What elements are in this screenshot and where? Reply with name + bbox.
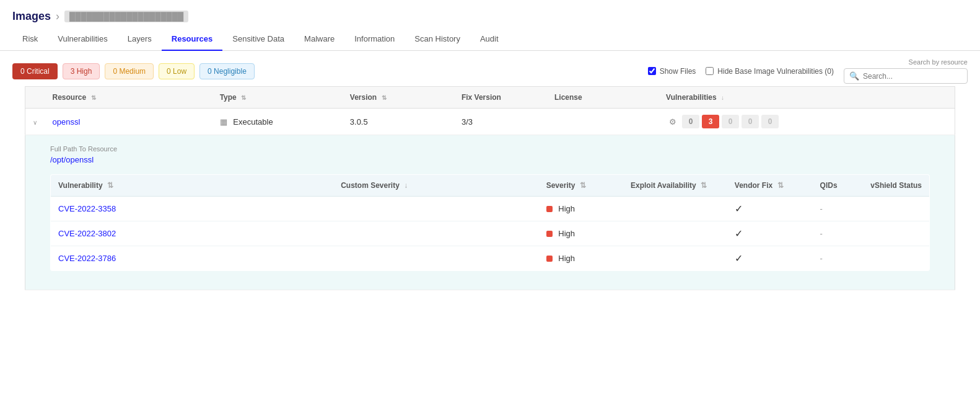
vuln-counts-cell: ⚙ 0 3 0 0 0 — [658, 109, 955, 135]
vuln-row: CVE-2022-3358 High ✓ — [51, 197, 930, 221]
hide-base-toggle[interactable]: Hide Base Image Vulnerabilities (0) — [706, 67, 834, 76]
version-sort-icon: ⇅ — [382, 94, 387, 101]
type-sort-icon: ⇅ — [241, 94, 246, 101]
custom-sev-sort-icon: ↓ — [404, 181, 408, 190]
hide-base-checkbox[interactable] — [706, 67, 714, 75]
gear-icon: ⚙ — [666, 115, 680, 128]
fix-version-cell: 3/3 — [454, 109, 547, 135]
col-vulns-header[interactable]: Vulnerabilities ↓ — [658, 87, 955, 109]
resources-table: Resource ⇅ Type ⇅ Version ⇅ Fix Version — [25, 86, 955, 290]
hide-base-label: Hide Base Image Vulnerabilities (0) — [717, 67, 834, 76]
vuln-badge-critical: 0 — [682, 115, 699, 128]
vcol-vshield-header[interactable]: vShield Status — [863, 175, 929, 197]
vuln-custom-sev-cell — [333, 246, 539, 271]
full-path-value: /opt/openssl — [50, 155, 930, 164]
vuln-severity-cell: High — [539, 246, 623, 271]
vcol-custom-severity-header[interactable]: Custom Severity ↓ — [333, 175, 539, 197]
severity-dot — [546, 256, 553, 262]
search-box: 🔍 — [844, 68, 968, 84]
vendor-fix-check-icon: ✓ — [735, 203, 743, 214]
vuln-badge-negligible: 0 — [761, 115, 779, 128]
vulnerability-table: Vulnerability ⇅ Custom Severity ↓ — [50, 174, 930, 271]
col-type-header[interactable]: Type ⇅ — [212, 87, 343, 109]
col-fix-version-header[interactable]: Fix Version — [454, 87, 547, 109]
filter-high-label: 3 High — [71, 67, 92, 76]
vuln-vendor-fix-cell: ✓ — [727, 221, 813, 246]
vuln-vendor-fix-cell: ✓ — [727, 197, 813, 221]
vuln-id-cell[interactable]: CVE-2022-3786 — [51, 246, 334, 271]
vuln-badge-low: 0 — [742, 115, 759, 128]
expanded-content: Full Path To Resource /opt/openssl Vulne… — [25, 135, 955, 290]
resource-sort-icon: ⇅ — [91, 94, 96, 101]
vcol-qids-header[interactable]: QIDs — [813, 175, 864, 197]
col-license-header[interactable]: License — [547, 87, 658, 109]
vuln-row: CVE-2022-3786 High ✓ — [51, 246, 930, 271]
tab-audit[interactable]: Audit — [470, 28, 509, 51]
vuln-row: CVE-2022-3802 High ✓ — [51, 221, 930, 246]
show-files-checkbox[interactable] — [648, 67, 656, 75]
vuln-exploit-cell — [623, 197, 727, 221]
show-files-label: Show Files — [660, 67, 696, 76]
vuln-badge-high: 3 — [702, 115, 719, 128]
vcol-exploit-header[interactable]: Exploit Availability ⇅ — [623, 175, 727, 197]
filter-high[interactable]: 3 High — [63, 63, 100, 79]
vuln-vshield-cell — [863, 246, 929, 271]
vcol-vuln-header[interactable]: Vulnerability ⇅ — [51, 175, 334, 197]
nav-tabs: Risk Vulnerabilities Layers Resources Se… — [0, 28, 980, 51]
main-table-wrapper: Resource ⇅ Type ⇅ Version ⇅ Fix Version — [0, 86, 980, 290]
vuln-severity-cell: High — [539, 221, 623, 246]
sev-sort-icon: ⇅ — [580, 181, 586, 190]
vuln-qids-cell: - — [813, 197, 864, 221]
type-label: Executable — [233, 117, 273, 127]
vuln-exploit-cell — [623, 221, 727, 246]
vcol-vendor-fix-header[interactable]: Vendor Fix ⇅ — [727, 175, 813, 197]
vuln-severity-cell: High — [539, 197, 623, 221]
vuln-id-cell[interactable]: CVE-2022-3358 — [51, 197, 334, 221]
chevron-down-icon: ∨ — [33, 119, 37, 126]
severity-label: High — [558, 229, 575, 239]
filter-negligible[interactable]: 0 Negligible — [199, 63, 255, 79]
type-cell: ▦ Executable — [212, 109, 343, 135]
full-path-label: Full Path To Resource — [50, 145, 930, 153]
qids-dash: - — [820, 254, 823, 263]
row-expand-cell[interactable]: ∨ — [25, 109, 45, 135]
filter-critical[interactable]: 0 Critical — [12, 63, 58, 79]
breadcrumb-separator: › — [56, 10, 59, 23]
filter-low-label: 0 Low — [167, 67, 186, 76]
show-files-toggle[interactable]: Show Files — [648, 67, 696, 76]
expanded-row: Full Path To Resource /opt/openssl Vulne… — [25, 135, 955, 290]
search-input[interactable] — [863, 72, 962, 81]
breadcrumb-parent[interactable]: Images — [12, 10, 51, 23]
tab-layers[interactable]: Layers — [118, 28, 162, 51]
search-by-label: Search by resource — [909, 58, 968, 66]
vuln-id-cell[interactable]: CVE-2022-3802 — [51, 221, 334, 246]
tab-malware[interactable]: Malware — [294, 28, 344, 51]
qids-dash: - — [820, 204, 823, 213]
breadcrumb: Images › ████████████████████ — [0, 0, 980, 28]
tab-risk[interactable]: Risk — [12, 28, 48, 51]
vuln-badge-medium: 0 — [722, 115, 739, 128]
tab-scan-history[interactable]: Scan History — [405, 28, 470, 51]
tab-sensitive-data[interactable]: Sensitive Data — [222, 28, 294, 51]
vuln-col-sort-icon: ⇅ — [107, 181, 113, 190]
filter-medium[interactable]: 0 Medium — [105, 63, 154, 79]
tab-resources[interactable]: Resources — [162, 28, 222, 51]
resource-name[interactable]: openssl — [53, 117, 81, 127]
breadcrumb-child: ████████████████████ — [64, 11, 188, 22]
severity-dot — [546, 231, 553, 237]
severity-label: High — [558, 254, 575, 264]
version-cell: 3.0.5 — [343, 109, 454, 135]
severity-label: High — [558, 205, 575, 214]
vuln-vshield-cell — [863, 221, 929, 246]
severity-dot — [546, 206, 553, 212]
vendor-sort-icon: ⇅ — [777, 181, 784, 190]
vcol-severity-header[interactable]: Severity ⇅ — [539, 175, 623, 197]
col-resource-header[interactable]: Resource ⇅ — [45, 87, 212, 109]
tab-vulnerabilities[interactable]: Vulnerabilities — [48, 28, 117, 51]
filter-medium-label: 0 Medium — [113, 67, 146, 76]
table-row: ∨ openssl ▦ Executable 3.0.5 3/3 ⚙ — [25, 109, 955, 135]
filter-critical-label: 0 Critical — [20, 67, 50, 76]
filter-low[interactable]: 0 Low — [159, 63, 195, 79]
tab-information[interactable]: Information — [344, 28, 405, 51]
col-version-header[interactable]: Version ⇅ — [343, 87, 454, 109]
